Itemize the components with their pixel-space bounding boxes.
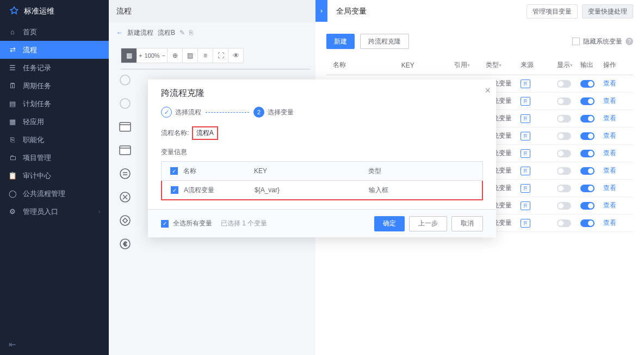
modal-table-row[interactable]: ✓ A流程变量 ${A_var} 输入框 (161, 181, 483, 200)
select-all-checkbox[interactable]: ✓ (170, 167, 178, 175)
flow-name-label: 流程名称: (161, 129, 189, 137)
clone-modal: 跨流程克隆 × ✓ 选择流程 2 选择变量 流程名称: 流程A 变量信息 (148, 79, 496, 237)
modal-title: 跨流程克隆 (161, 88, 205, 99)
row-key: ${A_var} (255, 186, 369, 194)
step-connector (206, 112, 249, 113)
step-2: 2 选择变量 (253, 107, 294, 118)
modal-table-header: ✓ 名称 KEY 类型 (161, 161, 483, 181)
row-name: A流程变量 (184, 186, 255, 195)
var-info-label: 变量信息 (161, 148, 483, 157)
prev-button[interactable]: 上一步 (409, 216, 447, 231)
step-1: ✓ 选择流程 (161, 107, 201, 118)
selected-count: 已选择 1 个变量 (221, 219, 267, 228)
check-icon: ✓ (161, 107, 172, 118)
cancel-button[interactable]: 取消 (451, 216, 483, 231)
row-type: 输入框 (369, 186, 473, 195)
select-all-footer-checkbox[interactable]: ✓ (161, 220, 169, 228)
confirm-button[interactable]: 确定 (374, 216, 405, 231)
close-icon[interactable]: × (485, 85, 491, 96)
modal-overlay: 跨流程克隆 × ✓ 选择流程 2 选择变量 流程名称: 流程A 变量信息 (0, 0, 644, 355)
select-all-label: 全选所有变量 (173, 219, 212, 228)
flow-name-value: 流程A (192, 126, 218, 140)
row-checkbox[interactable]: ✓ (171, 186, 178, 194)
